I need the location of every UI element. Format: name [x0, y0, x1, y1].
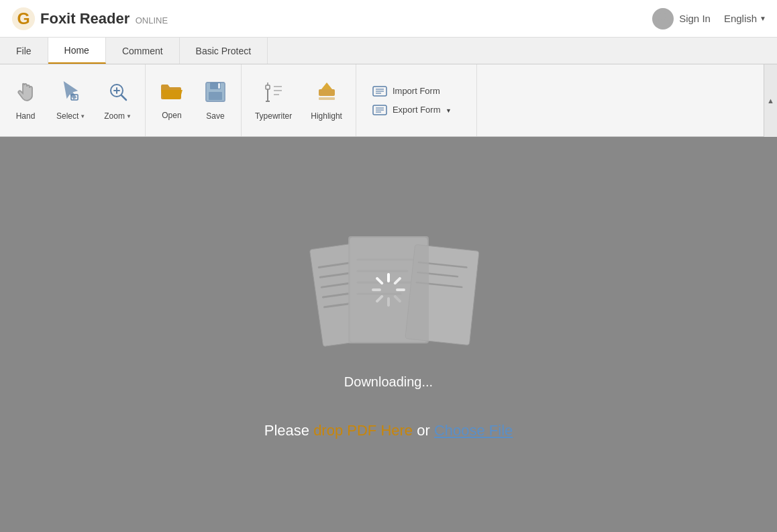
typewriter-button[interactable]: Typewriter — [247, 74, 300, 126]
header-right: Sign In English ▼ — [652, 8, 766, 30]
typewriter-icon — [262, 80, 286, 107]
svg-line-49 — [395, 297, 400, 301]
downloading-text: Downloading... — [344, 374, 433, 390]
open-label: Open — [162, 111, 181, 120]
export-form-icon — [372, 105, 387, 115]
zoom-tool-button[interactable]: Zoom ▼ — [96, 74, 140, 126]
svg-line-50 — [395, 278, 400, 283]
svg-rect-11 — [218, 83, 220, 89]
toolbar-group-annotations: Typewriter Highlight — [242, 64, 356, 136]
typewriter-label: Typewriter — [255, 111, 292, 121]
svg-line-5 — [121, 95, 126, 100]
save-label: Save — [206, 111, 224, 121]
select-chevron-icon: ▼ — [80, 113, 85, 119]
tab-basic-protect[interactable]: Basic Protect — [180, 38, 268, 64]
svg-line-48 — [377, 278, 382, 283]
svg-rect-20 — [319, 97, 335, 100]
highlight-label: Highlight — [311, 111, 342, 121]
svg-line-51 — [377, 297, 382, 301]
drop-pdf-link[interactable]: drop PDF Here — [313, 422, 413, 439]
import-form-icon — [372, 86, 387, 97]
chevron-down-icon: ▼ — [760, 15, 766, 22]
select-label: Select ▼ — [56, 111, 85, 121]
toolbar-collapse-button[interactable]: ▲ — [764, 64, 777, 137]
open-folder-icon — [159, 81, 185, 107]
highlight-button[interactable]: Highlight — [303, 74, 350, 126]
highlight-icon — [315, 80, 339, 107]
toolbar-group-file-ops: Open Save — [146, 64, 242, 136]
or-text: or — [417, 422, 430, 439]
spinner-icon: @keyframes spin2 { to { transform: rotat… — [370, 272, 407, 308]
language-selector[interactable]: English ▼ — [724, 13, 766, 24]
tab-home[interactable]: Home — [48, 38, 106, 64]
svg-rect-12 — [266, 85, 270, 89]
tab-comment[interactable]: Comment — [106, 38, 180, 64]
toolbar-group-form: Import Form Export Form ▼ — [356, 64, 477, 136]
zoom-chevron-icon: ▼ — [126, 113, 132, 119]
select-icon — [59, 80, 83, 107]
import-form-label: Import Form — [393, 86, 440, 96]
zoom-icon — [106, 80, 130, 107]
import-form-button[interactable]: Import Form — [367, 82, 466, 101]
please-text: Please — [264, 422, 309, 439]
export-chevron-icon: ▼ — [446, 107, 452, 114]
zoom-label: Zoom ▼ — [104, 111, 132, 121]
main-content: @keyframes spin2 { to { transform: rotat… — [0, 137, 777, 532]
save-icon — [203, 80, 227, 107]
logo-brand-text: Foxit Reader ONLINE — [40, 10, 168, 28]
toolbar-group-tools: Hand Select ▼ — [0, 64, 146, 136]
svg-rect-10 — [209, 92, 222, 100]
drop-zone-text: Please drop PDF Here or Choose File — [264, 422, 513, 439]
loading-overlay: @keyframes spin2 { to { transform: rotat… — [348, 236, 429, 343]
foxit-logo-icon: G — [11, 6, 36, 32]
header: G Foxit Reader ONLINE Sign In English ▼ — [0, 0, 777, 38]
export-form-label: Export Form ▼ — [393, 105, 452, 115]
toolbar: Hand Select ▼ — [0, 64, 777, 137]
save-button[interactable]: Save — [195, 74, 236, 126]
select-tool-button[interactable]: Select ▼ — [48, 74, 93, 126]
export-form-button[interactable]: Export Form ▼ — [367, 101, 466, 119]
choose-file-link[interactable]: Choose File — [434, 422, 513, 439]
sign-in-label: Sign In — [679, 13, 711, 24]
user-avatar — [652, 8, 674, 30]
svg-rect-19 — [319, 89, 335, 96]
open-button[interactable]: Open — [151, 75, 193, 125]
tab-file[interactable]: File — [0, 38, 48, 64]
collapse-icon: ▲ — [767, 97, 774, 105]
svg-text:G: G — [17, 9, 30, 27]
hand-tool-button[interactable]: Hand — [5, 74, 46, 126]
sign-in-button[interactable]: Sign In — [652, 8, 711, 30]
spinner-container: @keyframes spin2 { to { transform: rotat… — [370, 272, 407, 308]
language-label: English — [724, 13, 757, 24]
nav-tabs: File Home Comment Basic Protect — [0, 38, 777, 64]
logo: G Foxit Reader ONLINE — [11, 6, 168, 32]
hand-icon — [13, 80, 38, 107]
hand-label: Hand — [16, 111, 36, 121]
document-preview-area: @keyframes spin2 { to { transform: rotat… — [295, 229, 482, 364]
